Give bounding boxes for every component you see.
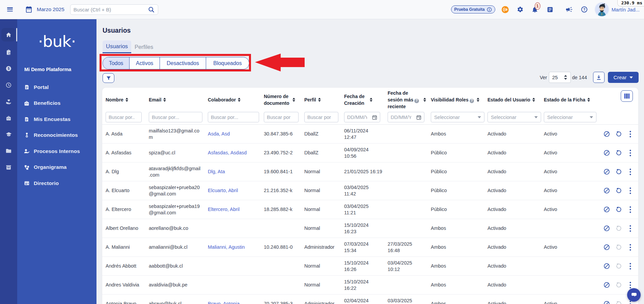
cell-colaborador[interactable]: Elcuarto, Abril <box>208 187 264 194</box>
cell-colaborador[interactable]: Bravo, Antonia <box>208 301 264 304</box>
block-icon[interactable] <box>603 206 610 213</box>
sidebar-item-procesos-internos[interactable]: Procesos Internos <box>17 143 96 159</box>
refresh-icon[interactable] <box>615 263 622 270</box>
announcements-button[interactable] <box>565 5 573 14</box>
sort-icon[interactable] <box>238 98 241 102</box>
rail-item-home[interactable] <box>0 28 17 41</box>
chat-fab-button[interactable] <box>627 288 641 302</box>
segment-activos[interactable]: Activos <box>130 57 160 69</box>
sidebar-item-directorio[interactable]: Directorio <box>17 175 96 191</box>
help-button[interactable]: ? <box>580 5 588 14</box>
sort-icon[interactable] <box>292 98 295 102</box>
refresh-icon[interactable] <box>615 225 622 232</box>
filter-text-input-1[interactable] <box>106 112 141 122</box>
filter-button[interactable] <box>103 73 114 83</box>
filter-date-input-7[interactable] <box>388 112 424 122</box>
sort-icon[interactable] <box>318 98 321 102</box>
rail-item-folder[interactable] <box>0 144 17 158</box>
sort-icon[interactable] <box>532 98 535 102</box>
refresh-icon[interactable] <box>615 244 622 251</box>
rail-item-clock[interactable] <box>0 79 17 92</box>
download-button[interactable] <box>593 72 605 83</box>
filter-select-9[interactable]: Seleccionar <box>487 112 541 122</box>
block-icon[interactable] <box>603 300 610 304</box>
sidebar-item-reconocimientos[interactable]: Reconocimientos <box>17 127 96 144</box>
sidebar-item-beneficios[interactable]: Beneficios <box>17 95 96 112</box>
filter-text-input-3[interactable] <box>208 112 259 122</box>
avatar[interactable] <box>595 3 609 16</box>
info-icon[interactable]: ? <box>414 99 419 103</box>
block-icon[interactable] <box>603 168 610 175</box>
user-name[interactable]: Martín Jad... <box>612 7 640 12</box>
refresh-icon[interactable] <box>615 206 622 213</box>
kebab-icon[interactable] <box>627 206 634 213</box>
notifications-button[interactable]: 1 <box>531 5 539 14</box>
create-button[interactable]: Crear <box>608 72 639 83</box>
filter-text-input-5[interactable] <box>305 112 338 122</box>
filter-select-10[interactable]: Seleccionar <box>544 112 596 122</box>
column-picker-button[interactable] <box>621 90 633 102</box>
tab-usuarios[interactable]: Usuarios <box>103 40 131 53</box>
refresh-icon[interactable] <box>615 300 622 304</box>
sidebar-item-mis-encuestas[interactable]: Mis Encuestas <box>17 111 96 127</box>
rail-item-storefront[interactable] <box>0 161 17 174</box>
rail-item-graduation-cap[interactable] <box>0 128 17 141</box>
sort-icon[interactable] <box>370 98 372 102</box>
info-icon[interactable]: ? <box>470 99 474 103</box>
rail-item-clipboard-clock[interactable] <box>0 45 17 59</box>
news-button[interactable] <box>546 5 554 14</box>
segment-todos[interactable]: Todos <box>103 57 130 69</box>
cell-colaborador[interactable]: Dlg, Ata <box>208 169 264 175</box>
cell-colaborador[interactable]: Asfasdas, Asdasd <box>208 150 264 156</box>
sort-icon[interactable] <box>477 98 479 102</box>
kebab-icon[interactable] <box>627 187 634 194</box>
kebab-icon[interactable] <box>627 225 634 232</box>
sidebar-item-portal[interactable]: Portal <box>17 79 96 95</box>
rail-item-gift-bag[interactable] <box>0 111 17 125</box>
kebab-icon[interactable] <box>627 149 634 156</box>
sort-icon[interactable] <box>587 98 590 102</box>
refresh-icon[interactable] <box>615 281 622 288</box>
sort-icon[interactable] <box>125 98 128 102</box>
cell-colaborador[interactable]: Eltercero, Abril <box>208 206 264 213</box>
search-input[interactable] <box>74 7 148 12</box>
search-icon[interactable] <box>148 6 155 13</box>
segment-bloqueados[interactable]: Bloqueados <box>206 57 249 69</box>
per-page-select[interactable]: 25 <box>549 72 571 83</box>
sidebar-item-organigrama[interactable]: Organigrama <box>17 159 96 176</box>
kebab-icon[interactable] <box>627 168 634 175</box>
filter-text-input-4[interactable] <box>264 112 298 122</box>
block-icon[interactable] <box>603 225 610 232</box>
sort-icon[interactable] <box>163 98 166 102</box>
segment-desactivados[interactable]: Desactivados <box>160 57 206 69</box>
kebab-icon[interactable] <box>627 263 634 270</box>
refresh-icon[interactable] <box>615 168 622 175</box>
boost-button[interactable] <box>501 5 509 14</box>
block-icon[interactable] <box>603 187 610 194</box>
period-selector[interactable]: Marzo 2025 <box>26 6 64 13</box>
refresh-icon[interactable] <box>615 149 622 156</box>
block-icon[interactable] <box>603 281 610 288</box>
filter-text-input-2[interactable] <box>149 112 202 122</box>
filter-select-8[interactable]: Seleccionar <box>431 112 484 122</box>
trial-badge[interactable]: Prueba Gratuita <box>451 5 495 13</box>
block-icon[interactable] <box>603 130 610 138</box>
block-icon[interactable] <box>603 244 610 251</box>
cell-colaborador[interactable]: Malianni, Agustin <box>208 244 264 250</box>
kebab-icon[interactable] <box>627 130 634 138</box>
cell-colaborador[interactable]: Asda, Asd <box>208 131 264 137</box>
hamburger-menu-button[interactable] <box>7 7 13 11</box>
rail-item-hand-heart[interactable] <box>0 95 17 108</box>
block-icon[interactable] <box>603 149 610 156</box>
kebab-icon[interactable] <box>627 244 634 251</box>
tab-perfiles[interactable]: Perfiles <box>131 40 157 53</box>
settings-button[interactable] <box>516 5 524 14</box>
sidebar-item-label: Procesos Internos <box>34 148 80 154</box>
kebab-icon[interactable] <box>627 281 634 288</box>
filter-date-input-6[interactable] <box>344 112 380 122</box>
rail-item-dollar[interactable]: $ <box>0 62 17 75</box>
sort-icon[interactable] <box>423 98 426 102</box>
refresh-icon[interactable] <box>615 130 622 138</box>
block-icon[interactable] <box>603 263 610 270</box>
refresh-icon[interactable] <box>615 187 622 194</box>
